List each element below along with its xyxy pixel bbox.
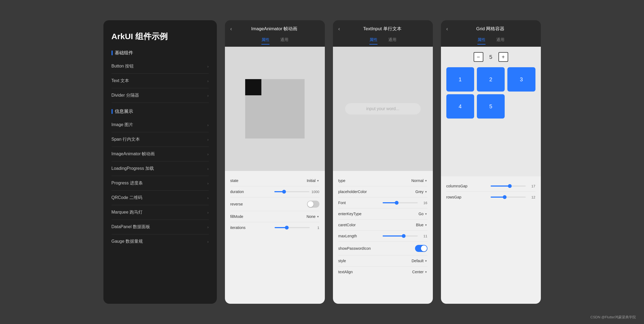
footer-credit: CSDN @Flutter鸿蒙梁典学院 bbox=[591, 315, 636, 320]
control-textalign: textAlign Center ▼ bbox=[338, 266, 427, 277]
label-enterkeytype: enterKeyType bbox=[338, 212, 362, 216]
toggle-showpasswordicon[interactable] bbox=[415, 245, 427, 252]
device-header-3: ‹ TextInput 单行文本 属性 通用 bbox=[333, 20, 433, 47]
label-placeholdercolor: placeholderColor bbox=[338, 190, 367, 194]
slider-track-rowsgap bbox=[491, 197, 526, 198]
textinput-screen: input your word... bbox=[333, 47, 433, 171]
menu-span[interactable]: Span 行内文本 › bbox=[112, 132, 209, 147]
slider-value-maxlength: 11 bbox=[420, 234, 427, 238]
slider-value-duration: 1000 bbox=[312, 190, 319, 194]
value-textalign[interactable]: Center ▼ bbox=[412, 270, 427, 274]
text-input-mock[interactable]: input your word... bbox=[345, 103, 421, 114]
slider-track-columnsgap bbox=[491, 185, 526, 187]
dropdown-arrow-enterkeytype: ▼ bbox=[425, 212, 427, 215]
menu-gauge[interactable]: Gauge 数据量规 › bbox=[112, 234, 209, 249]
slider-thumb-maxlength bbox=[402, 234, 406, 238]
slider-track-iterations bbox=[275, 227, 310, 228]
control-placeholdercolor: placeholderColor Grey ▼ bbox=[338, 186, 427, 197]
slider-maxlength[interactable]: 11 bbox=[383, 234, 427, 238]
toggle-thumb-reverse bbox=[308, 201, 313, 207]
toggle-reverse[interactable] bbox=[307, 201, 319, 208]
slider-value-columnsgap: 17 bbox=[528, 184, 535, 188]
grid-tiles: 1 2 3 4 5 bbox=[446, 67, 535, 119]
grid-screen: − 5 + 1 2 3 4 5 bbox=[441, 47, 541, 176]
slider-columnsgap[interactable]: 17 bbox=[491, 184, 535, 188]
grid-controls: columnsGap 17 rowsGap 12 bbox=[441, 176, 541, 304]
menu-datapanel[interactable]: DataPanel 数据面板 › bbox=[112, 220, 209, 234]
menu-text[interactable]: Text 文本 › bbox=[112, 74, 209, 88]
label-fillmode: fillMode bbox=[230, 214, 243, 219]
chevron-right-icon: › bbox=[207, 152, 209, 156]
slider-value-rowsgap: 12 bbox=[528, 195, 535, 199]
tab-common-3[interactable]: 通用 bbox=[388, 37, 396, 45]
label-style: style bbox=[338, 259, 346, 263]
slider-duration[interactable]: 1000 bbox=[274, 190, 319, 194]
counter-value: 5 bbox=[488, 54, 494, 60]
control-iterations: iterations 1 bbox=[230, 222, 319, 233]
arkui-title: ArkUI 组件示例 bbox=[112, 31, 209, 42]
menu-image[interactable]: Image 图片 › bbox=[112, 118, 209, 132]
menu-qrcode[interactable]: QRCode 二维码 › bbox=[112, 191, 209, 205]
menu-divider[interactable]: Divider 分隔器 › bbox=[112, 88, 209, 103]
device-title-4: Grid 网格容器 bbox=[451, 26, 530, 32]
grid-tile-5: 5 bbox=[477, 94, 505, 119]
control-state: state Initial ▼ bbox=[230, 175, 319, 186]
slider-value-font: 16 bbox=[420, 201, 427, 205]
menu-loadingprogress[interactable]: LoadingProgress 加载 › bbox=[112, 161, 209, 176]
menu-imageanimator[interactable]: ImageAnimator 帧动画 › bbox=[112, 147, 209, 161]
back-button-4[interactable]: ‹ bbox=[446, 26, 448, 32]
back-button-2[interactable]: ‹ bbox=[230, 26, 232, 32]
value-enterkeytype[interactable]: Go ▼ bbox=[419, 212, 427, 216]
back-button-3[interactable]: ‹ bbox=[338, 26, 340, 32]
control-caretcolor: caretColor Blue ▼ bbox=[338, 220, 427, 231]
nav-bar-3: ‹ TextInput 单行文本 bbox=[338, 26, 427, 32]
label-font: Font bbox=[338, 201, 346, 205]
slider-thumb-columnsgap bbox=[508, 184, 512, 188]
menu-marquee[interactable]: Marquee 跑马灯 › bbox=[112, 205, 209, 220]
tab-attr-3[interactable]: 属性 bbox=[369, 37, 377, 45]
value-fillmode[interactable]: None ▼ bbox=[306, 214, 319, 219]
value-style[interactable]: Default ▼ bbox=[412, 259, 427, 263]
menu-button[interactable]: Button 按钮 › bbox=[112, 59, 209, 74]
tabs-2: 属性 通用 bbox=[230, 35, 319, 47]
label-showpasswordicon: showPasswordIcon bbox=[338, 246, 371, 251]
value-caretcolor[interactable]: Blue ▼ bbox=[416, 223, 427, 227]
chevron-right-icon: › bbox=[207, 79, 209, 83]
tab-common-4[interactable]: 通用 bbox=[496, 37, 504, 45]
grid-tile-3: 3 bbox=[507, 67, 535, 92]
slider-iterations[interactable]: 1 bbox=[275, 226, 319, 230]
control-duration: duration 1000 bbox=[230, 186, 319, 197]
dropdown-arrow-style: ▼ bbox=[425, 259, 427, 262]
tab-attr-4[interactable]: 属性 bbox=[477, 37, 485, 45]
grid-tile-2: 2 bbox=[477, 67, 505, 92]
panel-grid: ‹ Grid 网格容器 属性 通用 − 5 + 1 2 3 4 5 column… bbox=[441, 20, 541, 304]
device-title-2: ImageAnimator 帧动画 bbox=[235, 26, 314, 32]
chevron-right-icon: › bbox=[207, 123, 209, 127]
tabs-3: 属性 通用 bbox=[338, 35, 427, 47]
counter-minus-button[interactable]: − bbox=[474, 52, 483, 62]
menu-progress[interactable]: Progress 进度条 › bbox=[112, 176, 209, 191]
animator-controls: state Initial ▼ duration 1000 reverse bbox=[225, 171, 325, 304]
toggle-thumb-showpasswordicon bbox=[421, 245, 427, 251]
device-title-3: TextInput 单行文本 bbox=[343, 26, 422, 32]
label-rowsgap: rowsGap bbox=[446, 195, 461, 199]
dropdown-arrow-caretcolor: ▼ bbox=[425, 224, 427, 227]
chevron-right-icon: › bbox=[207, 64, 209, 69]
slider-rowsgap[interactable]: 12 bbox=[491, 195, 535, 199]
slider-font[interactable]: 16 bbox=[383, 201, 427, 205]
grid-tile-empty bbox=[507, 94, 535, 119]
slider-thumb-iterations bbox=[285, 226, 289, 230]
grid-tile-1: 1 bbox=[446, 67, 474, 92]
value-placeholdercolor[interactable]: Grey ▼ bbox=[415, 190, 427, 194]
slider-track-maxlength bbox=[383, 235, 418, 237]
counter-plus-button[interactable]: + bbox=[498, 52, 508, 62]
control-enterkeytype: enterKeyType Go ▼ bbox=[338, 208, 427, 220]
section-basic: 基础组件 bbox=[112, 50, 209, 56]
value-state[interactable]: Initial ▼ bbox=[307, 178, 319, 183]
tab-attr-2[interactable]: 属性 bbox=[261, 37, 269, 45]
slider-thumb-duration bbox=[282, 190, 286, 194]
panel-imageanimator: ‹ ImageAnimator 帧动画 属性 通用 state Initial … bbox=[225, 20, 325, 304]
tab-common-2[interactable]: 通用 bbox=[280, 37, 288, 45]
value-type[interactable]: Normal ▼ bbox=[411, 178, 427, 183]
control-reverse: reverse bbox=[230, 197, 319, 211]
